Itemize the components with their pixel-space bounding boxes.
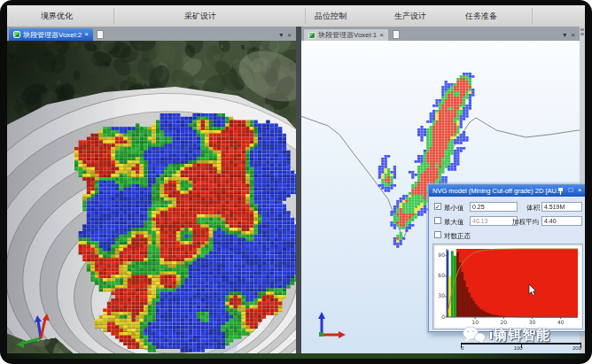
max-label: 最大值 xyxy=(444,218,464,227)
new-document-icon[interactable] xyxy=(393,30,400,39)
max-checkbox[interactable] xyxy=(434,217,441,224)
doc-tab-voxel2[interactable]: 块段管理器Voxel:2 × xyxy=(9,28,93,41)
ribbon-separator xyxy=(305,8,306,24)
status-strip xyxy=(7,353,585,359)
dialog-title: NVG model (Mining Cut-off grade) 2D [AU.… xyxy=(432,187,562,195)
left-3d-viewport-canvas[interactable] xyxy=(7,41,296,353)
ribbon-tab-mining-design[interactable]: 采矿设计 xyxy=(179,7,222,26)
volume-value-input[interactable] xyxy=(541,202,582,212)
weighted-avg-input[interactable] xyxy=(541,216,582,226)
doc-tab-label: 块段管理器Voxel:1 xyxy=(318,30,377,40)
close-tab-icon[interactable]: × xyxy=(379,32,384,39)
new-document-icon[interactable] xyxy=(97,30,104,39)
wechat-icon xyxy=(463,326,486,344)
tab-list-dropdown-icon[interactable]: ▾ xyxy=(563,31,566,39)
lognormal-checkbox[interactable] xyxy=(434,231,441,238)
min-checkbox[interactable]: ✓ xyxy=(434,203,441,210)
doc-tab-label: 块段管理器Voxel:2 xyxy=(23,30,82,40)
watermark: i镝铒智能 xyxy=(463,326,550,344)
tab-list-dropdown-icon[interactable]: ▾ xyxy=(279,31,283,39)
dialog-titlebar[interactable]: NVG model (Mining Cut-off grade) 2D [AU.… xyxy=(429,185,585,197)
close-panel-icon[interactable]: × xyxy=(287,31,292,39)
window-content: 境界优化 采矿设计 品位控制 生产设计 任务准备 块段管理器Voxel:2 × … xyxy=(7,5,585,359)
min-label: 最小值 xyxy=(444,204,464,213)
left-document-tabbar: 块段管理器Voxel:2 × ▾ × xyxy=(7,27,296,41)
voxel-document-icon xyxy=(308,32,315,39)
grade-histogram-canvas[interactable] xyxy=(435,246,580,327)
application-window: 境界优化 采矿设计 品位控制 生产设计 任务准备 块段管理器Voxel:2 × … xyxy=(0,0,592,364)
weighted-avg-label: 加权平均 xyxy=(512,218,539,227)
ribbon-tab-boundary-optimization[interactable]: 境界优化 xyxy=(35,7,78,26)
min-value-input[interactable] xyxy=(470,202,518,212)
maximize-icon[interactable]: □ xyxy=(566,185,575,197)
scale-bar: 0 100 200 xyxy=(461,343,581,351)
doc-tab-voxel1[interactable]: 块段管理器Voxel:1 × xyxy=(303,28,389,41)
max-value-input[interactable] xyxy=(470,216,518,226)
ribbon-separator xyxy=(532,8,533,24)
ribbon-tab-production-design[interactable]: 生产设计 xyxy=(389,7,432,26)
lognormal-label: 对数正态 xyxy=(444,232,471,241)
watermark-text: i镝铒智能 xyxy=(489,327,550,344)
ribbon-tab-bar: 境界优化 采矿设计 品位控制 生产设计 任务准备 xyxy=(7,5,585,27)
ribbon-tab-grade-control[interactable]: 品位控制 xyxy=(309,7,352,26)
ribbon-tab-task-preparation[interactable]: 任务准备 xyxy=(460,7,502,26)
nvg-model-dialog[interactable]: NVG model (Mining Cut-off grade) 2D [AU.… xyxy=(428,184,585,332)
viewport-3d-block-model[interactable] xyxy=(7,41,296,353)
pin-icon[interactable] xyxy=(557,188,564,195)
close-icon[interactable]: × xyxy=(575,185,584,197)
right-document-tabbar: 块段管理器Voxel:1 × ▾ × xyxy=(301,27,580,41)
close-panel-icon[interactable]: × xyxy=(571,31,575,39)
voxel-document-icon xyxy=(13,31,20,38)
close-tab-icon[interactable]: × xyxy=(84,31,89,38)
volume-label: 体积 xyxy=(526,204,540,213)
grade-histogram-panel xyxy=(432,244,583,329)
ribbon-separator xyxy=(113,8,114,24)
